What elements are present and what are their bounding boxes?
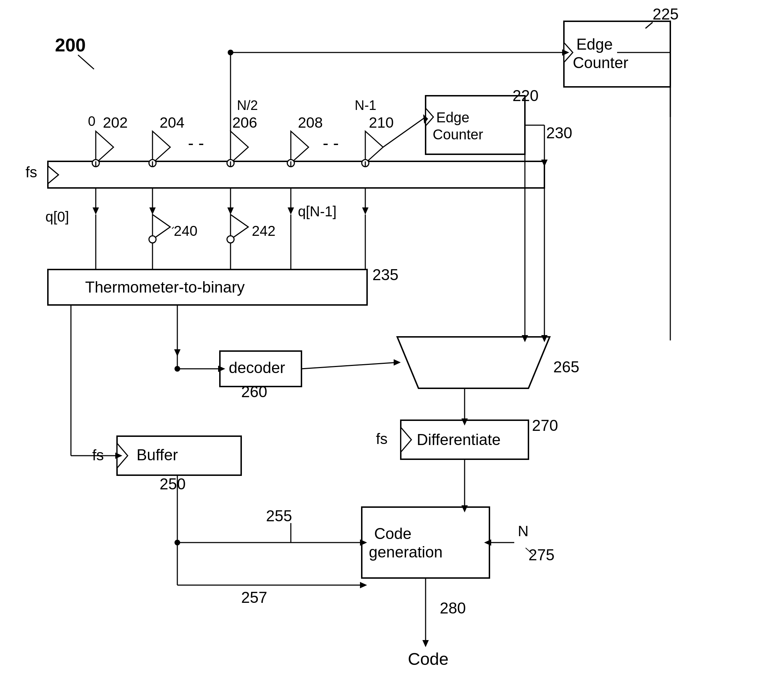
- dash-1: - -: [188, 134, 204, 153]
- ref-257: 257: [241, 589, 267, 606]
- svg-point-84: [175, 540, 180, 545]
- svg-point-32: [149, 236, 156, 243]
- tap-n2: N/2: [237, 98, 258, 113]
- edge-counter-mid-label2: Counter: [433, 127, 483, 142]
- edge-counter-top-label: Edge: [576, 35, 613, 53]
- code-gen-box: [362, 507, 490, 578]
- differentiate-label: Differentiate: [417, 431, 501, 448]
- mux-shape: [397, 337, 550, 388]
- ref-242: 242: [252, 223, 275, 239]
- n-label: N: [518, 523, 529, 540]
- ref-210: 210: [369, 114, 394, 131]
- edge-counter-top-label2: Counter: [573, 54, 628, 71]
- fs-diff-label: fs: [376, 431, 388, 447]
- tap-n1: N-1: [355, 98, 376, 113]
- svg-point-83: [175, 366, 180, 372]
- code-output-label: Code: [408, 650, 449, 669]
- svg-point-85: [228, 50, 233, 55]
- svg-point-34: [227, 236, 234, 243]
- ref-275: 275: [529, 546, 554, 563]
- ref-255: 255: [266, 507, 292, 524]
- code-gen-label2: generation: [369, 543, 442, 561]
- ref-200-label: 200: [55, 35, 86, 55]
- q0-label: q[0]: [46, 209, 69, 225]
- ref-202: 202: [103, 114, 128, 131]
- thermometer-label: Thermometer-to-binary: [85, 278, 245, 296]
- ref-270: 270: [532, 417, 558, 434]
- ref-235: 235: [372, 266, 398, 283]
- delay-chain-buffer: [48, 161, 545, 188]
- ref-230: 230: [546, 124, 572, 142]
- code-gen-label1: Code: [374, 525, 411, 542]
- tap-0: 0: [88, 114, 95, 129]
- ref-208: 208: [298, 114, 323, 131]
- ref-206: 206: [232, 114, 257, 131]
- fs-label-top: fs: [25, 164, 37, 181]
- svg-rect-0: [0, 0, 765, 700]
- ref-265: 265: [553, 358, 579, 376]
- ref-280: 280: [440, 599, 466, 617]
- ref-204: 204: [160, 114, 184, 131]
- ref-250: 250: [160, 475, 186, 492]
- ref-240: 240: [174, 223, 198, 239]
- decoder-label: decoder: [229, 359, 285, 376]
- ref-220: 220: [513, 87, 538, 104]
- buffer-box: [117, 436, 241, 475]
- qn1-label: q[N-1]: [298, 203, 337, 219]
- ref-260: 260: [241, 383, 267, 400]
- dash-2: - -: [323, 134, 339, 153]
- edge-counter-mid-label: Edge: [436, 110, 469, 125]
- buffer-label: Buffer: [137, 446, 178, 464]
- ref-225: 225: [653, 5, 678, 23]
